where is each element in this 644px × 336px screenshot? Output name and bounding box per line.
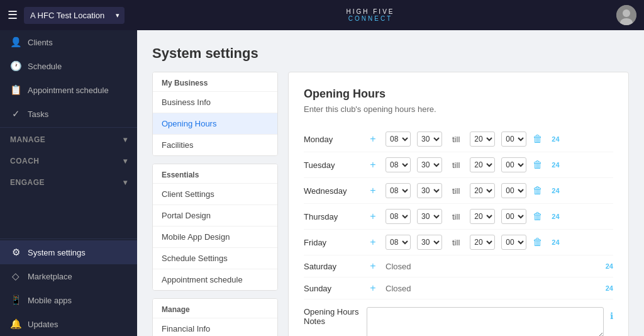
menu-link-business-info[interactable]: Business Info xyxy=(153,91,277,113)
menu-link-mobile-app-design[interactable]: Mobile App Design xyxy=(153,226,277,247)
sidebar-item-system-settings[interactable]: ⚙ System settings xyxy=(0,240,137,264)
main-layout: 👤 Clients 🕐 Schedule 📋 Appointment sched… xyxy=(0,30,644,336)
menu-link-facilities[interactable]: Facilities xyxy=(153,134,277,155)
sidebar-item-updates[interactable]: 🔔 Updates xyxy=(0,312,137,336)
thursday-end-hour[interactable]: 20 xyxy=(470,209,495,224)
section-title: Opening Hours xyxy=(304,87,613,101)
add-sunday-btn[interactable]: + xyxy=(367,283,379,294)
sidebar-section-coach[interactable]: COACH ▾ xyxy=(0,150,137,172)
schedule-icon: 🕐 xyxy=(10,60,21,72)
appointment-icon: 📋 xyxy=(10,84,21,96)
menu-link-appointment-schedule[interactable]: Appointment schedule xyxy=(153,269,277,290)
wednesday-start-hour[interactable]: 08 xyxy=(386,183,411,198)
sidebar: 👤 Clients 🕐 Schedule 📋 Appointment sched… xyxy=(0,30,137,336)
hours-row-saturday: Saturday + Closed 24 xyxy=(304,255,613,277)
thursday-start-min[interactable]: 30 xyxy=(417,209,442,224)
delete-thursday-btn[interactable]: 🗑 xyxy=(533,211,543,222)
add-tuesday-btn[interactable]: + xyxy=(367,159,379,171)
monday-allday-btn[interactable]: 24 xyxy=(552,135,559,143)
friday-start-min[interactable]: 30 xyxy=(417,235,442,250)
friday-end-min[interactable]: 00 xyxy=(501,235,526,250)
thursday-allday-btn[interactable]: 24 xyxy=(552,213,559,220)
menu-group-essentials: Essentials Client Settings Portal Design… xyxy=(152,164,278,291)
section-subtitle: Enter this club's opening hours here. xyxy=(304,104,613,114)
menu-link-opening-hours[interactable]: Opening Hours xyxy=(153,113,277,134)
hours-row-wednesday: Wednesday + 08 30 till 20 00 🗑 24 xyxy=(304,178,613,204)
sidebar-item-tasks[interactable]: ✓ Tasks xyxy=(0,102,137,126)
tuesday-start-min[interactable]: 30 xyxy=(417,157,442,172)
sidebar-section-engage[interactable]: ENGAGE ▾ xyxy=(0,172,137,193)
sidebar-section-manage[interactable]: MANAGE ▾ xyxy=(0,129,137,150)
location-wrapper: A HFC Test Location xyxy=(24,7,125,24)
wednesday-end-hour[interactable]: 20 xyxy=(470,183,495,198)
menu-group-title-essentials: Essentials xyxy=(153,164,277,183)
notes-label: Opening Hours Notes xyxy=(304,307,360,326)
add-wednesday-btn[interactable]: + xyxy=(367,185,379,196)
info-icon[interactable]: ℹ xyxy=(610,307,613,321)
delete-wednesday-btn[interactable]: 🗑 xyxy=(533,185,543,196)
hamburger-icon[interactable]: ☰ xyxy=(8,8,18,22)
tuesday-end-min[interactable]: 00 xyxy=(501,157,526,172)
menu-link-client-settings[interactable]: Client Settings xyxy=(153,183,277,204)
day-label-monday: Monday xyxy=(304,135,360,144)
add-thursday-btn[interactable]: + xyxy=(367,211,379,222)
saturday-allday-btn[interactable]: 24 xyxy=(606,262,613,270)
sidebar-item-mobile-apps[interactable]: 📱 Mobile apps xyxy=(0,288,137,312)
sidebar-item-schedule[interactable]: 🕐 Schedule xyxy=(0,54,137,78)
friday-allday-btn[interactable]: 24 xyxy=(552,238,559,246)
menu-link-schedule-settings[interactable]: Schedule Settings xyxy=(153,247,277,269)
day-label-friday: Friday xyxy=(304,238,360,247)
day-label-sunday: Sunday xyxy=(304,284,360,293)
day-label-thursday: Thursday xyxy=(304,212,360,221)
friday-start-hour[interactable]: 08 xyxy=(386,235,411,250)
till-label-thursday: till xyxy=(448,212,464,221)
thursday-end-min[interactable]: 00 xyxy=(501,209,526,224)
logo: HIGH FIVE CONNECT xyxy=(346,8,394,22)
menu-link-portal-design[interactable]: Portal Design xyxy=(153,204,277,226)
hours-row-tuesday: Tuesday + 08 30 till 20 00 🗑 24 xyxy=(304,152,613,178)
sidebar-item-label: Mobile apps xyxy=(28,296,72,305)
monday-start-hour[interactable]: 08 xyxy=(386,132,411,147)
sunday-allday-btn[interactable]: 24 xyxy=(606,284,613,292)
sidebar-item-clients[interactable]: 👤 Clients xyxy=(0,30,137,54)
page-title: System settings xyxy=(152,45,629,62)
sidebar-item-appointment[interactable]: 📋 Appointment schedule xyxy=(0,78,137,102)
wednesday-end-min[interactable]: 00 xyxy=(501,183,526,198)
sidebar-item-marketplace[interactable]: ◇ Marketplace xyxy=(0,264,137,288)
menu-group-title-my-business: My Business xyxy=(153,72,277,91)
wednesday-allday-btn[interactable]: 24 xyxy=(552,187,559,194)
updates-icon: 🔔 xyxy=(10,318,21,330)
tuesday-allday-btn[interactable]: 24 xyxy=(552,161,559,169)
tuesday-end-hour[interactable]: 20 xyxy=(470,157,495,172)
monday-start-min[interactable]: 30 xyxy=(417,132,442,147)
notes-row: Opening Hours Notes ℹ xyxy=(304,300,613,336)
tuesday-start-hour[interactable]: 08 xyxy=(386,157,411,172)
avatar xyxy=(616,5,636,25)
add-friday-btn[interactable]: + xyxy=(367,237,379,248)
monday-end-hour[interactable]: 20 xyxy=(470,132,495,147)
sidebar-item-label: Schedule xyxy=(28,62,62,71)
menu-link-financial-info[interactable]: Financial Info xyxy=(153,318,277,336)
hours-row-sunday: Sunday + Closed 24 xyxy=(304,277,613,300)
add-monday-btn[interactable]: + xyxy=(367,133,379,145)
sidebar-item-label: System settings xyxy=(28,248,86,257)
till-label-monday: till xyxy=(448,135,464,144)
sidebar-divider xyxy=(0,127,137,128)
sidebar-item-label: Clients xyxy=(28,38,53,47)
monday-end-min[interactable]: 00 xyxy=(501,132,526,147)
delete-friday-btn[interactable]: 🗑 xyxy=(533,237,543,248)
wednesday-start-min[interactable]: 30 xyxy=(417,183,442,198)
menu-group-title-manage: Manage xyxy=(153,299,277,318)
right-panel: Opening Hours Enter this club's opening … xyxy=(288,72,629,336)
delete-tuesday-btn[interactable]: 🗑 xyxy=(533,159,543,171)
notes-textarea[interactable] xyxy=(367,307,604,336)
location-select[interactable]: A HFC Test Location xyxy=(24,7,125,24)
content-columns: My Business Business Info Opening Hours … xyxy=(152,72,629,336)
thursday-start-hour[interactable]: 08 xyxy=(386,209,411,224)
menu-group-manage: Manage Financial Info Payment Methods xyxy=(152,298,278,336)
friday-end-hour[interactable]: 20 xyxy=(470,235,495,250)
sidebar-bottom: ⚙ System settings ◇ Marketplace 📱 Mobile… xyxy=(0,237,137,336)
delete-monday-btn[interactable]: 🗑 xyxy=(533,133,543,145)
add-saturday-btn[interactable]: + xyxy=(367,260,379,272)
day-label-saturday: Saturday xyxy=(304,262,360,271)
